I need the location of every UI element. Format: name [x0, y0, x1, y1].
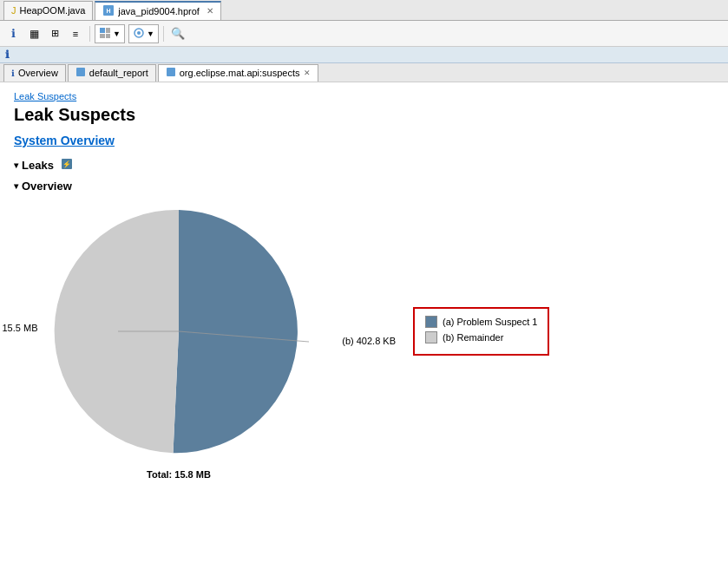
legend-item-b: (b) Remainder	[425, 331, 537, 343]
info-button[interactable]: ℹ	[3, 24, 23, 43]
grid-button[interactable]: ⊞	[45, 24, 64, 43]
list-button[interactable]: ≡	[66, 24, 85, 43]
legend-label-a: (a) Problem Suspect 1	[443, 317, 537, 327]
grid-icon: ⊞	[51, 28, 59, 39]
page-title: Leak Suspects	[14, 105, 714, 125]
svg-rect-3	[106, 28, 110, 33]
info-icon: ℹ	[11, 27, 16, 40]
pie-label-b: (b) 402.8 KB	[342, 336, 396, 346]
leaks-toggle[interactable]: ▾	[14, 160, 18, 170]
dropdown2-arrow: ▼	[147, 29, 154, 38]
tab-heap[interactable]: J HeapOOM.java	[3, 1, 93, 20]
pie-total: Total: 15.8 MB	[49, 469, 309, 480]
search-icon: 🔍	[171, 27, 185, 40]
svg-rect-4	[100, 34, 105, 38]
report-tab-icon	[75, 67, 86, 79]
info-bar-icon: ℹ	[5, 49, 10, 61]
overview-section-header: ▾ Overview	[14, 180, 714, 193]
overview-section: ▾ Overview (a) 15.5 MB	[14, 180, 714, 461]
pie-chart: (a) 15.5 MB (b) 402.8 KB Total: 15.8 MB	[49, 201, 309, 461]
dropdown-2[interactable]: ▼	[128, 24, 159, 43]
legend-color-a	[425, 316, 437, 328]
bar-chart-icon: ▦	[30, 28, 39, 40]
default-report-tab-label: default_report	[89, 68, 148, 78]
tab-hprof[interactable]: H java_pid9004.hprof ✕	[95, 1, 221, 20]
search-button[interactable]: 🔍	[168, 24, 187, 43]
main-content: Leak Suspects Leak Suspects System Overv…	[0, 82, 728, 569]
svg-text:⚡: ⚡	[62, 160, 71, 168]
bar-chart-button[interactable]: ▦	[24, 24, 43, 43]
svg-rect-9	[167, 68, 175, 76]
breadcrumb[interactable]: Leak Suspects	[14, 91, 714, 101]
dropdown-1[interactable]: ▼	[95, 24, 125, 43]
leaks-section-header: ▾ Leaks ⚡	[14, 158, 714, 173]
overview-toggle[interactable]: ▾	[14, 181, 18, 191]
view-tab-overview[interactable]: ℹ Overview	[3, 64, 66, 82]
heap-tab-label: HeapOOM.java	[20, 5, 86, 16]
separator-2	[163, 26, 164, 42]
dropdown2-icon	[133, 27, 145, 41]
info-bar: ℹ	[0, 47, 728, 63]
slice-a	[174, 210, 298, 453]
overview-tab-icon: ℹ	[11, 69, 15, 78]
legend: (a) Problem Suspect 1 (b) Remainder	[413, 307, 549, 356]
view-tabs: ℹ Overview default_report org.eclipse.ma…	[0, 63, 728, 82]
overview-tab-label: Overview	[18, 68, 58, 78]
dropdown1-arrow: ▼	[113, 29, 121, 38]
svg-rect-5	[106, 34, 110, 38]
suspects-tab-close[interactable]: ✕	[304, 69, 311, 77]
svg-rect-8	[76, 68, 85, 76]
leaks-label: Leaks	[22, 159, 54, 172]
dropdown1-icon	[99, 27, 111, 41]
legend-label-b: (b) Remainder	[443, 332, 503, 343]
system-overview-link[interactable]: System Overview	[14, 134, 714, 147]
legend-color-b	[425, 331, 437, 343]
view-tab-default-report[interactable]: default_report	[68, 64, 156, 82]
svg-rect-2	[100, 28, 105, 33]
suspects-tab-icon	[166, 67, 176, 79]
overview-label: Overview	[22, 180, 72, 193]
heap-tab-icon: J	[11, 5, 16, 16]
tab-bar: J HeapOOM.java H java_pid9004.hprof ✕	[0, 0, 728, 21]
hprof-tab-icon: H	[102, 4, 115, 18]
chart-area: (a) 15.5 MB (b) 402.8 KB Total: 15.8 MB	[14, 201, 714, 461]
view-tab-suspects[interactable]: org.eclipse.mat.api:suspects ✕	[158, 64, 318, 82]
pie-svg	[49, 201, 309, 461]
hprof-tab-close[interactable]: ✕	[207, 6, 213, 16]
toolbar: ℹ ▦ ⊞ ≡ ▼ ▼ 🔍	[0, 21, 728, 47]
pie-label-a: (a) 15.5 MB	[0, 323, 37, 333]
legend-item-a: (a) Problem Suspect 1	[425, 316, 537, 328]
leaks-icon: ⚡	[61, 158, 73, 173]
list-icon: ≡	[73, 29, 78, 39]
hprof-tab-label: java_pid9004.hprof	[118, 6, 200, 16]
suspects-tab-label: org.eclipse.mat.api:suspects	[180, 68, 300, 78]
svg-text:H: H	[107, 8, 111, 14]
svg-point-7	[137, 31, 141, 35]
separator-1	[89, 26, 90, 42]
